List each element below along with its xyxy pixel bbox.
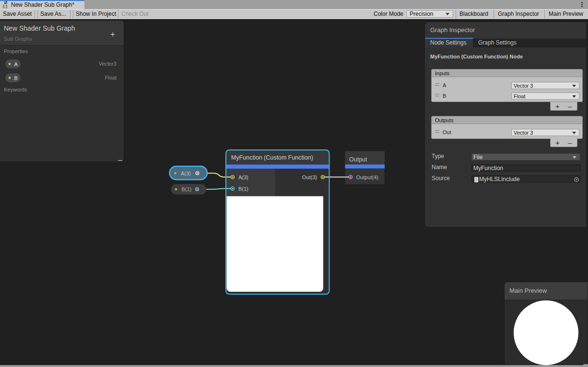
svg-text:B(1): B(1) [238,186,248,192]
svg-text:Output: Output [349,156,367,163]
svg-text:A: A [14,61,18,67]
svg-text:B(1): B(1) [182,186,192,192]
svg-text:Out(3): Out(3) [302,174,317,180]
svg-text:A(3): A(3) [238,174,248,180]
svg-text:MyFunction (Custom Function): MyFunction (Custom Function) [231,154,313,161]
svg-text:B: B [14,75,18,81]
svg-text:Output(4): Output(4) [356,174,378,180]
svg-text:A(3): A(3) [181,171,191,176]
